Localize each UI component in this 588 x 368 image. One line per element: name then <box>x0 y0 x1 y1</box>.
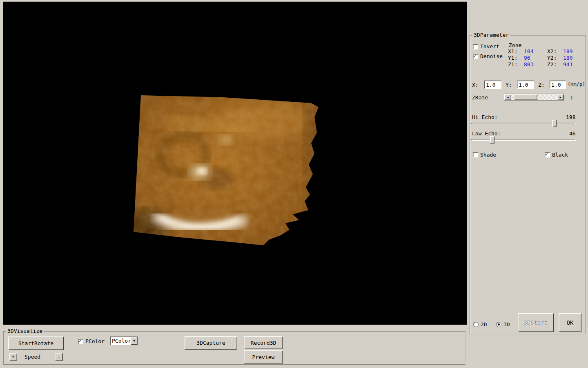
pcolor-label: PColor <box>85 338 105 344</box>
ultrasound-render <box>130 92 326 251</box>
zrate-value: 1 <box>570 94 573 101</box>
radio-3d-label: 3D <box>503 321 510 328</box>
preview-button[interactable]: Preview <box>244 350 283 364</box>
shade-label: Shade <box>480 152 496 158</box>
zrate-label: ZRate <box>472 94 488 101</box>
scale-y-input[interactable] <box>517 81 534 89</box>
low-echo-value: 46 <box>569 130 576 137</box>
zone-z2-value: 941 <box>563 61 572 67</box>
app-window: { "icons": { "checkmark": "✓", "scroll_l… <box>0 0 588 368</box>
denoise-checkbox[interactable]: ✓ <box>473 54 478 59</box>
invert-label: Invert <box>480 43 499 49</box>
scale-z-label: Z: <box>538 82 545 88</box>
hi-echo-slider-track[interactable] <box>471 123 576 124</box>
black-checkbox[interactable]: ✓ <box>545 152 550 157</box>
invert-checkbox[interactable] <box>473 44 478 49</box>
low-echo-slider-thumb[interactable] <box>490 136 494 144</box>
ok-button[interactable]: OK <box>559 313 581 332</box>
zone-z1-label: Z1: <box>508 61 517 67</box>
pcolor-checkbox[interactable]: ✓ <box>78 339 83 344</box>
zrate-scrollbar[interactable]: ◄ ► <box>504 94 564 101</box>
zone-y1-value: 96 <box>524 55 530 61</box>
pcolor-dropdown[interactable]: PColor ▼ <box>110 337 138 345</box>
record3d-button[interactable]: Record3D <box>244 336 283 349</box>
low-echo-slider-track[interactable] <box>471 139 576 141</box>
speed-minus-button[interactable]: - <box>55 353 63 361</box>
parameter-groupbox: 3DParameter <box>470 35 586 334</box>
zone-z1-value: 803 <box>524 61 533 67</box>
scale-y-label: Y: <box>506 82 512 88</box>
hi-echo-label: Hi Echo: <box>472 114 498 120</box>
visualize-group-title: 3DVisualize <box>6 328 44 334</box>
shade-checkbox[interactable] <box>473 152 478 157</box>
checkmark-icon: ✓ <box>78 338 81 344</box>
radio-2d[interactable] <box>473 322 479 327</box>
zone-z2-label: Z2: <box>547 61 557 67</box>
radio-3d[interactable] <box>496 322 501 327</box>
scale-x-input[interactable] <box>484 81 501 89</box>
hi-echo-slider-thumb[interactable] <box>552 120 557 127</box>
zone-x1-label: X1: <box>508 48 517 54</box>
scale-unit-label: (mm/p) <box>568 81 585 88</box>
zrate-scrollbar-track[interactable] <box>511 94 557 100</box>
3dcapture-button[interactable]: 3DCapture <box>185 336 237 350</box>
radio-2d-label: 2D <box>481 321 487 328</box>
zrate-scroll-right-icon[interactable]: ► <box>557 94 564 100</box>
scale-z-input[interactable] <box>550 81 566 89</box>
zone-y1-label: Y1: <box>508 55 517 61</box>
zrate-scroll-left-icon[interactable]: ◄ <box>504 94 511 100</box>
checkmark-icon: ✓ <box>545 151 548 157</box>
zone-y2-label: Y2: <box>547 55 557 61</box>
zone-y2-value: 180 <box>563 55 572 61</box>
parameter-group-title: 3DParameter <box>472 32 510 38</box>
scale-x-label: X: <box>472 82 479 88</box>
black-label: Black <box>552 152 568 158</box>
denoise-label: Denoise <box>480 53 503 59</box>
zone-title: Zone <box>509 42 521 48</box>
dropdown-arrow-icon[interactable]: ▼ <box>131 337 138 345</box>
speed-plus-button[interactable]: + <box>9 353 17 361</box>
3dstart-button[interactable]: 3DStart <box>518 313 554 332</box>
render-viewport[interactable] <box>3 2 467 325</box>
zrate-scrollbar-thumb[interactable] <box>514 94 537 100</box>
zone-x2-value: 189 <box>563 48 572 54</box>
low-echo-label: Low Echo: <box>472 130 501 137</box>
pcolor-dropdown-value: PColor <box>111 337 131 345</box>
hi-echo-value: 198 <box>566 114 575 120</box>
start-rotate-button[interactable]: StartRotate <box>8 337 64 350</box>
checkmark-icon: ✓ <box>473 53 476 59</box>
zone-x1-value: 104 <box>524 48 533 54</box>
speed-label: Speed <box>24 354 40 360</box>
zone-x2-label: X2: <box>547 48 557 54</box>
